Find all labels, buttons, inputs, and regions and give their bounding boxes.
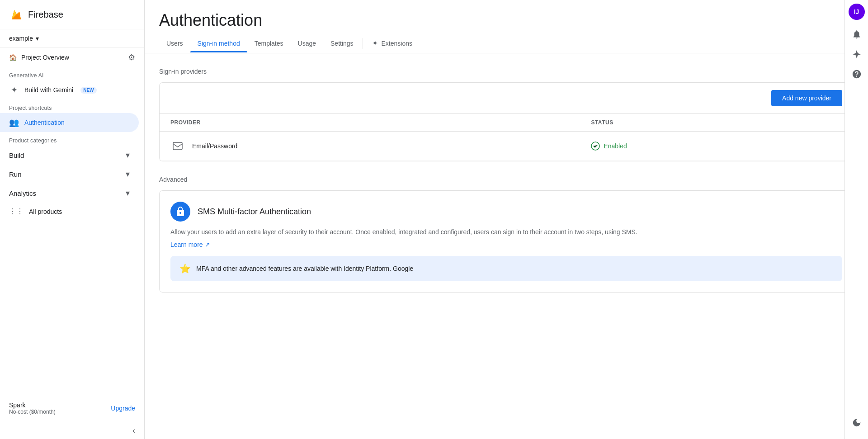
topright-panel: IJ (844, 0, 868, 439)
extensions-icon: ✦ (372, 39, 378, 47)
all-products-label: All products (29, 208, 62, 215)
project-dropdown-icon: ▾ (36, 35, 39, 42)
sparkle-icon: ✦ (9, 85, 19, 95)
providers-card: Add new provider Provider Status (159, 82, 854, 161)
sidebar-item-build-with-gemini[interactable]: ✦ Build with Gemini NEW (0, 80, 139, 99)
build-label: Build (9, 151, 24, 159)
project-overview-row: 🏠 Project Overview ⚙ (0, 48, 144, 67)
sidebar-item-all-products[interactable]: ⋮⋮ All products (0, 203, 144, 220)
external-link-icon: ↗ (205, 241, 210, 248)
provider-col-header: Provider (160, 114, 580, 132)
tab-templates[interactable]: Templates (247, 34, 291, 52)
learn-more-link[interactable]: Learn more ↗ (170, 241, 210, 248)
mfa-lock-icon (170, 202, 190, 222)
firebase-logo-icon (9, 7, 24, 22)
tab-sign-in-method[interactable]: Sign-in method (190, 34, 247, 52)
mfa-card: SMS Multi-factor Authentication Allow yo… (159, 190, 854, 293)
collapse-sidebar-button[interactable]: ‹ (0, 422, 144, 439)
run-label: Run (9, 170, 22, 178)
add-new-provider-button[interactable]: Add new provider (771, 90, 842, 106)
status-col-header: Status (580, 114, 853, 132)
enabled-status-icon (591, 142, 600, 151)
plan-name: Spark (9, 401, 56, 409)
build-chevron-icon: ▾ (126, 150, 130, 160)
banner-text: MFA and other advanced features are avai… (196, 265, 413, 272)
new-badge: NEW (80, 87, 96, 94)
build-with-gemini-label: Build with Gemini (24, 86, 73, 94)
sign-in-providers-label: Sign-in providers (159, 68, 854, 75)
identity-platform-banner: ⭐ MFA and other advanced features are av… (170, 256, 842, 281)
generative-ai-section-label: Generative AI (0, 67, 144, 80)
notification-bell-button[interactable] (848, 25, 866, 43)
tab-extensions[interactable]: ✦ Extensions (365, 33, 420, 53)
project-overview-label: Project Overview (21, 54, 69, 61)
content-area: Sign-in providers Add new provider Provi… (145, 53, 868, 439)
mfa-title: SMS Multi-factor Authentication (198, 207, 311, 217)
app-name: Firebase (28, 9, 63, 20)
plan-detail: No-cost ($0/month) (9, 409, 56, 415)
mfa-description: Allow your users to add an extra layer o… (170, 227, 842, 237)
tab-users[interactable]: Users (159, 34, 190, 52)
table-row[interactable]: Email/Password Enabled (160, 132, 853, 161)
analytics-label: Analytics (9, 189, 36, 197)
project-shortcuts-section-label: Project shortcuts (0, 99, 144, 113)
tab-settings[interactable]: Settings (323, 34, 361, 52)
project-overview-item[interactable]: 🏠 Project Overview (9, 54, 69, 61)
sidebar-item-analytics[interactable]: Analytics ▾ (0, 184, 139, 203)
analytics-chevron-icon: ▾ (126, 188, 130, 198)
product-categories-section-label: Product categories (0, 132, 144, 146)
sparkle-button[interactable] (848, 45, 866, 63)
settings-icon[interactable]: ⚙ (128, 52, 135, 62)
authentication-label: Authentication (24, 119, 65, 126)
upgrade-button[interactable]: Upgrade (111, 405, 135, 412)
project-selector[interactable]: example ▾ (0, 29, 144, 48)
status-cell: Enabled (580, 132, 853, 161)
collapse-icon: ‹ (132, 426, 135, 435)
providers-card-header: Add new provider (160, 83, 853, 113)
tab-usage[interactable]: Usage (291, 34, 323, 52)
grid-icon: ⋮⋮ (9, 207, 24, 216)
run-chevron-icon: ▾ (126, 169, 130, 179)
tabs-divider (363, 38, 363, 49)
status-text: Enabled (604, 142, 627, 150)
svg-rect-0 (173, 142, 182, 150)
providers-table: Provider Status (160, 113, 853, 161)
sidebar-footer: Spark No-cost ($0/month) Upgrade (0, 394, 144, 422)
star-icon: ⭐ (179, 263, 191, 274)
sidebar-item-build[interactable]: Build ▾ (0, 146, 139, 165)
sidebar: Firebase example ▾ 🏠 Project Overview ⚙ … (0, 0, 145, 439)
sidebar-item-authentication[interactable]: 👥 Authentication (0, 113, 139, 132)
sidebar-logo: Firebase (0, 0, 144, 29)
user-avatar[interactable]: IJ (849, 4, 865, 20)
email-password-icon (170, 139, 185, 153)
dark-mode-button[interactable] (848, 414, 866, 432)
mfa-header: SMS Multi-factor Authentication (170, 202, 842, 222)
main-content: Authentication Users Sign-in method Temp… (145, 0, 868, 439)
project-name: example (9, 35, 33, 42)
page-title: Authentication (145, 0, 868, 30)
people-icon: 👥 (9, 118, 19, 127)
help-button[interactable] (848, 65, 866, 83)
provider-name: Email/Password (192, 142, 237, 150)
provider-cell: Email/Password (160, 132, 580, 161)
tabs-bar: Users Sign-in method Templates Usage Set… (145, 33, 868, 53)
home-icon: 🏠 (9, 54, 17, 61)
sidebar-item-run[interactable]: Run ▾ (0, 165, 139, 184)
advanced-section-label: Advanced (159, 176, 854, 183)
